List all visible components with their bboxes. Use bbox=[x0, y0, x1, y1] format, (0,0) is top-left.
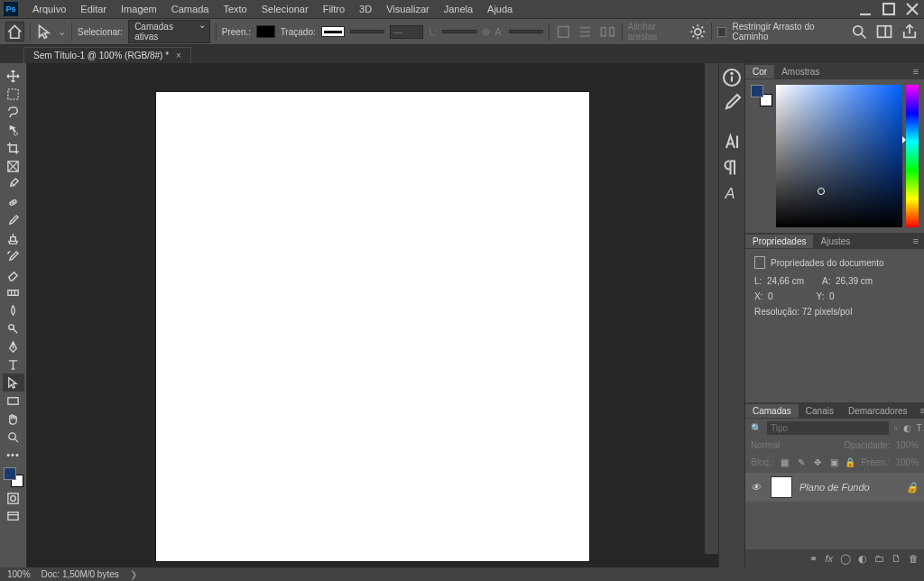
layer-thumbnail[interactable] bbox=[771, 476, 792, 498]
stroke-style-input[interactable]: — bbox=[390, 25, 424, 39]
gear-icon[interactable] bbox=[689, 23, 707, 41]
blur-tool-icon[interactable] bbox=[3, 301, 24, 319]
type-tool-icon[interactable] bbox=[3, 355, 24, 374]
filter-pixel-icon[interactable]: ▫ bbox=[894, 422, 898, 435]
status-menu-icon[interactable]: ❯ bbox=[130, 569, 137, 579]
eyedropper-tool-icon[interactable] bbox=[3, 175, 24, 193]
panel-menu-icon[interactable]: ≡ bbox=[908, 66, 924, 77]
menu-selecionar[interactable]: Selecionar bbox=[254, 4, 316, 14]
lock-pixels-icon[interactable]: ✎ bbox=[796, 456, 807, 468]
layer-mask-icon[interactable]: ◯ bbox=[840, 553, 851, 565]
window-minimize-icon[interactable] bbox=[857, 3, 873, 15]
menu-filtro[interactable]: Filtro bbox=[316, 4, 352, 14]
workspace-icon[interactable] bbox=[875, 23, 893, 41]
quick-select-tool-icon[interactable] bbox=[3, 121, 24, 139]
tab-ajustes[interactable]: Ajustes bbox=[813, 235, 857, 248]
fill-swatch[interactable] bbox=[256, 25, 275, 38]
tab-amostras[interactable]: Amostras bbox=[774, 65, 827, 78]
window-maximize-icon[interactable] bbox=[881, 3, 897, 15]
tab-canais[interactable]: Canais bbox=[799, 404, 841, 418]
delete-layer-icon[interactable]: 🗑 bbox=[909, 553, 919, 564]
document-tab[interactable]: Sem Título-1 @ 100% (RGB/8#) * × bbox=[23, 47, 191, 63]
eraser-tool-icon[interactable] bbox=[3, 265, 24, 283]
search-icon[interactable] bbox=[850, 23, 868, 41]
layer-filter-input[interactable] bbox=[767, 421, 889, 435]
width-input[interactable] bbox=[442, 30, 476, 33]
blend-mode-dropdown[interactable]: Normal bbox=[751, 440, 814, 450]
lock-transparent-icon[interactable]: ▦ bbox=[780, 456, 790, 468]
path-align-icon[interactable] bbox=[555, 23, 572, 41]
stroke-swatch[interactable] bbox=[321, 26, 345, 37]
lock-all-icon[interactable]: 🔒 bbox=[845, 456, 855, 468]
color-fg-bg-swatch[interactable] bbox=[751, 85, 772, 106]
share-icon[interactable] bbox=[901, 23, 919, 41]
document-canvas[interactable] bbox=[156, 92, 589, 561]
dodge-tool-icon[interactable] bbox=[3, 319, 24, 337]
doc-size[interactable]: Doc: 1,50M/0 bytes bbox=[42, 569, 119, 579]
menu-janela[interactable]: Janela bbox=[437, 4, 480, 14]
quick-mask-icon[interactable] bbox=[3, 489, 24, 507]
new-layer-icon[interactable]: 🗋 bbox=[892, 553, 901, 564]
healing-tool-icon[interactable] bbox=[3, 193, 24, 211]
brushes-panel-icon[interactable] bbox=[721, 92, 743, 114]
edit-toolbar-icon[interactable]: ••• bbox=[3, 446, 24, 464]
window-close-icon[interactable] bbox=[904, 3, 920, 15]
menu-ajuda[interactable]: Ajuda bbox=[480, 4, 520, 14]
menu-3d[interactable]: 3D bbox=[352, 4, 379, 14]
layer-row[interactable]: 👁 Plano de Fundo 🔒 bbox=[745, 473, 924, 502]
gradient-tool-icon[interactable] bbox=[3, 283, 24, 301]
lock-icon[interactable]: 🔒 bbox=[906, 482, 919, 493]
path-select-tool-icon[interactable] bbox=[3, 374, 24, 392]
new-group-icon[interactable]: 🗀 bbox=[874, 553, 884, 564]
lock-artboard-icon[interactable]: ▣ bbox=[828, 456, 839, 468]
marquee-tool-icon[interactable] bbox=[3, 85, 24, 103]
layer-name[interactable]: Plano de Fundo bbox=[799, 482, 870, 493]
height-input[interactable] bbox=[509, 30, 543, 33]
path-select-tool-icon[interactable] bbox=[36, 23, 53, 41]
filter-adjust-icon[interactable]: ◐ bbox=[903, 422, 911, 435]
paragraph-panel-icon[interactable] bbox=[721, 157, 743, 179]
color-field[interactable] bbox=[776, 85, 902, 227]
hand-tool-icon[interactable] bbox=[3, 410, 24, 428]
menu-texto[interactable]: Texto bbox=[216, 4, 254, 14]
canvas-area[interactable] bbox=[27, 63, 718, 567]
brush-tool-icon[interactable] bbox=[3, 211, 24, 229]
lasso-tool-icon[interactable] bbox=[3, 103, 24, 121]
pen-tool-icon[interactable] bbox=[3, 337, 24, 355]
history-brush-tool-icon[interactable] bbox=[3, 247, 24, 265]
panel-menu-icon[interactable]: ≡ bbox=[908, 235, 924, 246]
foreground-background-swatch[interactable] bbox=[2, 466, 25, 489]
tab-cor[interactable]: Cor bbox=[745, 65, 774, 78]
clone-stamp-tool-icon[interactable] bbox=[3, 229, 24, 247]
info-panel-icon[interactable] bbox=[721, 67, 743, 88]
tab-propriedades[interactable]: Propriedades bbox=[745, 235, 813, 248]
menu-camada[interactable]: Camada bbox=[164, 4, 217, 14]
vertical-scrollbar[interactable] bbox=[705, 63, 718, 554]
fill-value[interactable]: 100% bbox=[895, 457, 919, 467]
path-distribute-icon[interactable] bbox=[599, 23, 616, 41]
character-panel-icon[interactable] bbox=[721, 132, 743, 153]
filter-type-icon[interactable]: T bbox=[917, 422, 922, 435]
crop-tool-icon[interactable] bbox=[3, 139, 24, 157]
zoom-tool-icon[interactable] bbox=[3, 428, 24, 446]
visibility-icon[interactable]: 👁 bbox=[751, 482, 763, 493]
zoom-level[interactable]: 100% bbox=[7, 569, 31, 579]
home-button[interactable] bbox=[5, 22, 24, 42]
close-tab-icon[interactable]: × bbox=[176, 51, 181, 60]
menu-visualizar[interactable]: Visualizar bbox=[379, 4, 437, 14]
menu-imagem[interactable]: Imagem bbox=[114, 4, 164, 14]
menu-editar[interactable]: Editar bbox=[73, 4, 114, 14]
stroke-width-input[interactable] bbox=[350, 30, 384, 33]
restringir-checkbox[interactable] bbox=[717, 27, 726, 37]
opacity-value[interactable]: 100% bbox=[895, 440, 919, 450]
tab-camadas[interactable]: Camadas bbox=[745, 404, 799, 418]
move-tool-icon[interactable] bbox=[3, 67, 24, 85]
path-arrange-icon[interactable] bbox=[577, 23, 594, 41]
link-layers-icon[interactable]: ⚭ bbox=[809, 553, 818, 565]
screen-mode-icon[interactable] bbox=[3, 507, 24, 525]
glyphs-panel-icon[interactable]: A bbox=[721, 182, 743, 204]
panel-menu-icon[interactable]: ≡ bbox=[915, 405, 924, 416]
layer-fx-icon[interactable]: fx bbox=[825, 553, 833, 564]
selecionar-dropdown[interactable]: Camadas ativas bbox=[128, 20, 210, 43]
frame-tool-icon[interactable] bbox=[3, 157, 24, 175]
